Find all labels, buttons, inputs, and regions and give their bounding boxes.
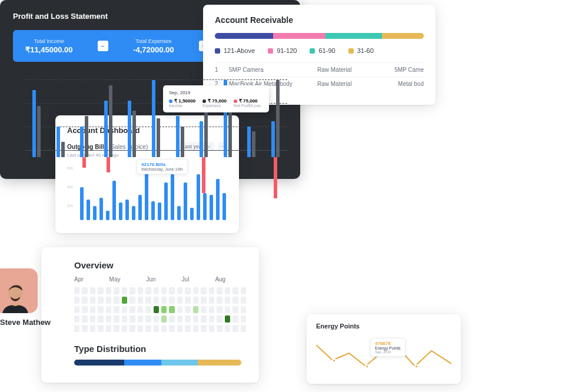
heatmap-cell[interactable] [145, 325, 151, 332]
pl-loss-bar[interactable] [107, 157, 110, 172]
heatmap-cell[interactable] [161, 325, 167, 332]
heatmap-cell[interactable] [98, 306, 103, 313]
heatmap-cell[interactable] [106, 325, 111, 332]
heatmap-cell[interactable] [98, 297, 103, 304]
pl-expense-bar[interactable] [276, 80, 280, 157]
heatmap-cell[interactable] [74, 315, 79, 323]
chart-bar[interactable] [106, 211, 109, 220]
heatmap-cell[interactable] [185, 325, 190, 332]
heatmap-cell[interactable] [138, 306, 143, 313]
chart-bar[interactable] [216, 179, 220, 220]
heatmap-cell[interactable] [114, 315, 119, 323]
pl-expense-bar[interactable] [252, 131, 255, 157]
heatmap-cell[interactable] [114, 306, 119, 313]
heatmap-cell[interactable] [129, 297, 135, 304]
heatmap-cell[interactable] [90, 297, 95, 304]
heatmap-cell[interactable] [193, 297, 198, 304]
chart-bar[interactable] [171, 174, 174, 220]
heatmap-cell[interactable] [217, 287, 222, 294]
heatmap-cell[interactable] [122, 297, 127, 304]
heatmap-cell[interactable] [154, 297, 159, 304]
heatmap-cell[interactable] [225, 315, 230, 323]
heatmap-cell[interactable] [145, 287, 151, 294]
heatmap-cell[interactable] [138, 315, 143, 323]
chart-bar[interactable] [112, 181, 116, 220]
heatmap-cell[interactable] [209, 325, 214, 332]
chart-bar[interactable] [210, 195, 213, 220]
chart-bar[interactable] [164, 182, 168, 220]
heatmap-cell[interactable] [114, 325, 119, 332]
heatmap-cell[interactable] [90, 325, 95, 332]
heatmap-cell[interactable] [232, 315, 238, 323]
pl-income-bar[interactable] [271, 121, 275, 157]
heatmap-cell[interactable] [161, 306, 167, 313]
heatmap-cell[interactable] [185, 306, 190, 313]
heatmap-cell[interactable] [193, 325, 198, 332]
chart-bar[interactable] [125, 200, 129, 220]
heatmap-cell[interactable] [98, 287, 103, 294]
heatmap-cell[interactable] [98, 315, 103, 323]
heatmap-cell[interactable] [177, 315, 182, 323]
chart-bar[interactable] [145, 167, 148, 220]
heatmap-cell[interactable] [129, 315, 135, 323]
heatmap-cell[interactable] [90, 287, 95, 294]
pl-income-bar[interactable] [176, 116, 180, 157]
heatmap-cell[interactable] [74, 297, 79, 304]
chart-bar[interactable] [190, 208, 194, 220]
chart-bar[interactable] [80, 187, 84, 220]
heatmap-cell[interactable] [122, 325, 127, 332]
heatmap-cell[interactable] [98, 325, 103, 332]
heatmap-cell[interactable] [201, 287, 206, 294]
pl-income-bar[interactable] [200, 121, 203, 157]
chart-bar[interactable] [184, 182, 187, 220]
heatmap-cell[interactable] [232, 297, 238, 304]
heatmap-cell[interactable] [169, 297, 174, 304]
pl-loss-bar[interactable] [274, 157, 277, 198]
heatmap-cell[interactable] [177, 287, 182, 294]
heatmap-cell[interactable] [114, 287, 119, 294]
heatmap-cell[interactable] [169, 306, 174, 313]
heatmap-cell[interactable] [106, 287, 111, 294]
pl-income-bar[interactable] [57, 127, 60, 158]
chart-bar[interactable] [222, 193, 226, 220]
heatmap-cell[interactable] [122, 306, 127, 313]
heatmap-cell[interactable] [154, 315, 159, 323]
heatmap-cell[interactable] [177, 306, 182, 313]
pl-loss-bar[interactable] [202, 157, 205, 193]
heatmap-cell[interactable] [138, 325, 143, 332]
heatmap-cell[interactable] [201, 325, 206, 332]
pl-income-bar[interactable] [247, 127, 251, 158]
heatmap-cell[interactable] [225, 297, 230, 304]
pl-expense-bar[interactable] [157, 118, 160, 157]
heatmap-cell[interactable] [232, 325, 238, 332]
chart-bar[interactable] [158, 202, 161, 220]
heatmap-cell[interactable] [201, 306, 206, 313]
heatmap-cell[interactable] [122, 287, 127, 294]
heatmap-cell[interactable] [209, 297, 214, 304]
heatmap-cell[interactable] [169, 287, 174, 294]
heatmap-cell[interactable] [225, 287, 230, 294]
chart-bar[interactable] [151, 201, 155, 220]
heatmap-cell[interactable] [74, 325, 79, 332]
heatmap-cell[interactable] [185, 297, 190, 304]
heatmap-cell[interactable] [169, 325, 174, 332]
heatmap-cell[interactable] [232, 306, 238, 313]
heatmap-cell[interactable] [225, 325, 230, 332]
heatmap-cell[interactable] [82, 287, 87, 294]
heatmap-cell[interactable] [122, 315, 127, 323]
heatmap-cell[interactable] [209, 287, 214, 294]
pl-expense-bar[interactable] [132, 111, 136, 157]
heatmap-cell[interactable] [185, 315, 190, 323]
chart-bar[interactable] [87, 200, 90, 220]
heatmap-cell[interactable] [138, 287, 143, 294]
heatmap-cell[interactable] [209, 306, 214, 313]
pl-expense-bar[interactable] [37, 106, 41, 158]
heatmap-cell[interactable] [106, 315, 111, 323]
heatmap-cell[interactable] [106, 297, 111, 304]
heatmap-cell[interactable] [193, 315, 198, 323]
heatmap-cell[interactable] [209, 315, 214, 323]
heatmap-cell[interactable] [145, 306, 151, 313]
heatmap-cell[interactable] [201, 297, 206, 304]
pl-income-bar[interactable] [152, 80, 155, 157]
heatmap-cell[interactable] [193, 306, 198, 313]
